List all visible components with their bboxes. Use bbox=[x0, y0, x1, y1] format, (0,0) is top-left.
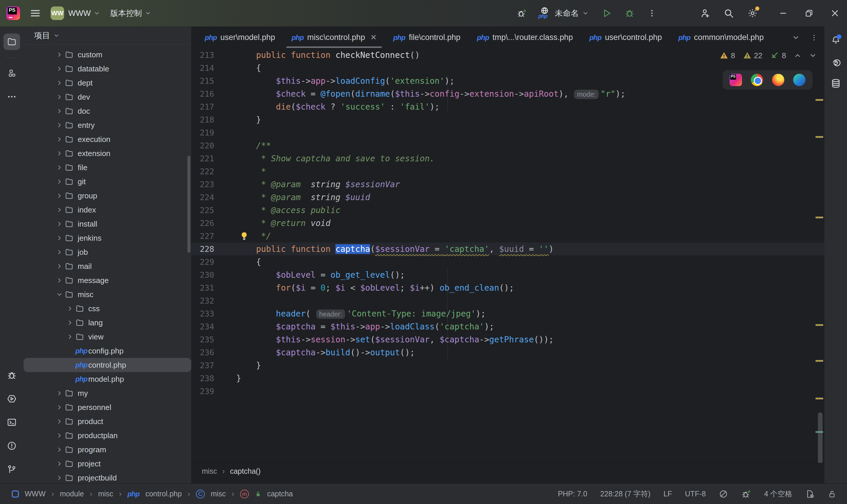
project-widget-icon[interactable] bbox=[12, 490, 19, 498]
chevron-right-icon[interactable] bbox=[65, 319, 75, 326]
tree-item-index[interactable]: index bbox=[23, 203, 191, 217]
project-folder-icon[interactable] bbox=[3, 34, 20, 50]
tree-item-message[interactable]: message bbox=[23, 273, 191, 287]
chevron-right-icon[interactable] bbox=[54, 108, 65, 114]
status-item[interactable]: 4 个空格 bbox=[764, 489, 792, 499]
status-item[interactable]: 228:28 (7 字符) bbox=[600, 489, 651, 499]
database-icon[interactable] bbox=[828, 75, 844, 92]
chevron-right-icon[interactable] bbox=[54, 446, 65, 453]
tree-item-dev[interactable]: dev bbox=[23, 90, 191, 104]
tree-item-install[interactable]: install bbox=[23, 217, 191, 231]
git-branch-icon[interactable] bbox=[3, 461, 20, 478]
chevron-down-icon[interactable] bbox=[54, 291, 65, 298]
tree-item-execution[interactable]: execution bbox=[23, 132, 191, 146]
chevron-right-icon[interactable] bbox=[54, 65, 65, 72]
status-item[interactable]: LF bbox=[663, 490, 672, 498]
notifications-icon[interactable] bbox=[828, 32, 844, 48]
structure-icon[interactable] bbox=[3, 65, 20, 82]
chevron-right-icon[interactable] bbox=[54, 164, 65, 171]
tab-file-control.php[interactable]: phpfile\control.php bbox=[385, 26, 469, 49]
editor-vertical-scrollbar[interactable] bbox=[818, 412, 823, 463]
tree-item-git[interactable]: git bbox=[23, 175, 191, 189]
chevron-right-icon[interactable] bbox=[54, 404, 65, 411]
tab-options-icon[interactable] bbox=[810, 34, 818, 41]
tab-user-control.php[interactable]: phpuser\control.php bbox=[581, 26, 670, 49]
chevron-right-icon[interactable] bbox=[54, 178, 65, 185]
minimize-button[interactable] bbox=[779, 9, 788, 18]
unlock-icon[interactable] bbox=[828, 490, 836, 499]
chevron-right-icon[interactable] bbox=[54, 122, 65, 129]
project-tree-scrollbar[interactable] bbox=[187, 156, 190, 253]
services-icon[interactable] bbox=[3, 391, 20, 407]
tab-user-model.php[interactable]: phpuser\model.php bbox=[196, 26, 283, 49]
error-stripe[interactable] bbox=[814, 49, 824, 463]
tree-item-projectbuild[interactable]: projectbuild bbox=[23, 471, 191, 483]
more-actions-icon[interactable] bbox=[647, 9, 656, 18]
chevron-right-icon[interactable] bbox=[54, 460, 65, 467]
inspections-widget[interactable]: 8 22 8 bbox=[720, 51, 817, 60]
chevron-right-icon[interactable] bbox=[54, 277, 65, 284]
hector-icon[interactable] bbox=[719, 489, 728, 499]
search-icon[interactable] bbox=[723, 8, 734, 19]
code-area[interactable]: 213 public function checkNetConnect()214… bbox=[191, 49, 824, 463]
project-panel-header[interactable]: 项目 bbox=[23, 26, 191, 45]
tree-item-job[interactable]: job bbox=[23, 245, 191, 259]
edge-browser-icon[interactable] bbox=[793, 74, 806, 86]
status-project-name[interactable]: WWW bbox=[25, 490, 46, 498]
terminal-icon[interactable] bbox=[3, 414, 20, 431]
chevron-right-icon[interactable] bbox=[54, 432, 65, 439]
ai-assistant-icon[interactable] bbox=[828, 53, 844, 70]
tree-item-dept[interactable]: dept bbox=[23, 76, 191, 90]
tree-item-custom[interactable]: custom bbox=[23, 48, 191, 62]
main-menu-icon[interactable] bbox=[30, 8, 40, 19]
tree-item-project[interactable]: project bbox=[23, 457, 191, 471]
breadcrumb-item[interactable]: control.php bbox=[145, 490, 182, 498]
intention-bulb-icon[interactable] bbox=[239, 231, 249, 241]
vcs-menu[interactable]: 版本控制 bbox=[110, 8, 151, 19]
run-configuration-select[interactable]: php 未命名 bbox=[539, 6, 589, 20]
phpstorm-browser-icon[interactable]: PS bbox=[730, 74, 742, 86]
chevron-right-icon[interactable] bbox=[54, 249, 65, 256]
tree-item-productplan[interactable]: productplan bbox=[23, 429, 191, 443]
chevron-right-icon[interactable] bbox=[54, 93, 65, 101]
tree-item-personnel[interactable]: personnel bbox=[23, 400, 191, 414]
tab-tmp-...-router.class.php[interactable]: phptmp\...\router.class.php bbox=[469, 26, 581, 49]
tree-item-lang[interactable]: lang bbox=[23, 316, 191, 330]
chevron-right-icon[interactable] bbox=[54, 51, 65, 58]
tab-common-model.php[interactable]: phpcommon\model.php bbox=[670, 26, 772, 49]
maximize-button[interactable] bbox=[805, 9, 813, 18]
breadcrumb-item[interactable]: captcha bbox=[267, 490, 293, 498]
chevron-right-icon[interactable] bbox=[54, 418, 65, 425]
tab-close-icon[interactable]: ✕ bbox=[370, 33, 377, 42]
tree-item-program[interactable]: program bbox=[23, 443, 191, 457]
chevron-right-icon[interactable] bbox=[54, 235, 65, 241]
chevron-right-icon[interactable] bbox=[54, 192, 65, 199]
debug-button[interactable] bbox=[625, 8, 635, 18]
tree-item-control.php[interactable]: phpcontrol.php bbox=[23, 358, 191, 372]
tree-item-config.php[interactable]: phpconfig.php bbox=[23, 344, 191, 358]
chevron-right-icon[interactable] bbox=[54, 150, 65, 157]
chrome-browser-icon[interactable] bbox=[751, 74, 763, 86]
status-item[interactable]: PHP: 7.0 bbox=[558, 490, 587, 498]
status-item[interactable]: UTF-8 bbox=[685, 490, 706, 498]
chevron-right-icon[interactable] bbox=[54, 136, 65, 143]
problems-icon[interactable] bbox=[3, 437, 20, 454]
chevron-right-icon[interactable] bbox=[65, 333, 75, 340]
tree-item-doc[interactable]: doc bbox=[23, 104, 191, 118]
tree-item-model.php[interactable]: phpmodel.php bbox=[23, 372, 191, 386]
breadcrumb-item[interactable]: misc bbox=[211, 490, 226, 498]
debug-icon[interactable] bbox=[3, 367, 20, 383]
breadcrumb-item[interactable]: misc bbox=[202, 467, 217, 475]
tree-item-group[interactable]: group bbox=[23, 189, 191, 203]
chevron-right-icon[interactable] bbox=[54, 390, 65, 397]
prev-problem-icon[interactable] bbox=[794, 52, 801, 59]
tree-item-misc[interactable]: misc bbox=[23, 287, 191, 302]
tree-item-entry[interactable]: entry bbox=[23, 118, 191, 132]
breadcrumb-item[interactable]: captcha() bbox=[230, 467, 261, 475]
tree-item-view[interactable]: view bbox=[23, 330, 191, 344]
tree-item-my[interactable]: my bbox=[23, 386, 191, 400]
tree-item-css[interactable]: css bbox=[23, 302, 191, 316]
close-button[interactable] bbox=[831, 9, 839, 18]
breadcrumb-item[interactable]: misc bbox=[98, 490, 113, 498]
tree-item-file[interactable]: file bbox=[23, 160, 191, 175]
